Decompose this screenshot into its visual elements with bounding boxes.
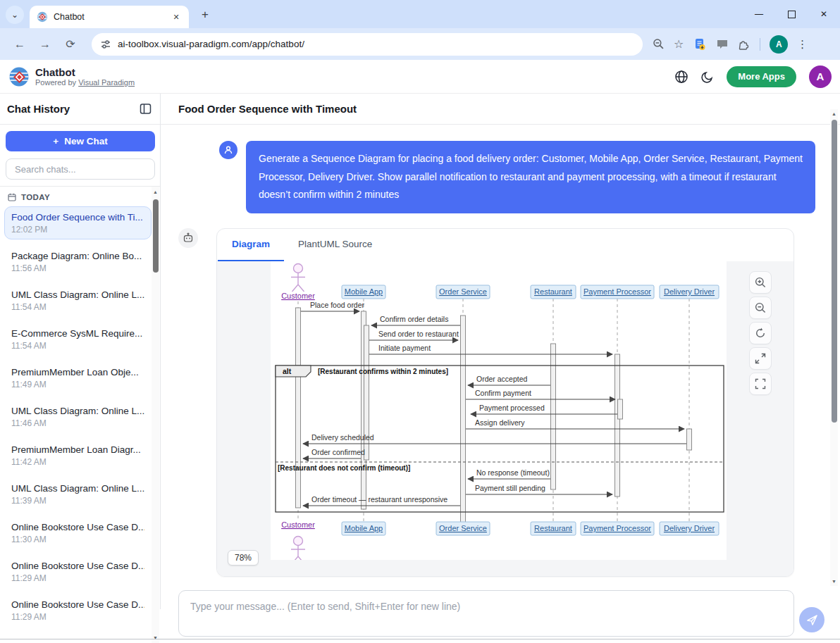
back-icon[interactable]: ← [11,35,29,54]
new-chat-label: New Chat [64,136,108,146]
scroll-down-arrow[interactable]: ▼ [830,579,838,584]
tab-search-chevron-icon[interactable]: ⌄ [6,6,24,24]
dark-mode-moon-icon[interactable] [701,70,714,83]
browser-tab[interactable]: Chatbot ✕ [30,6,189,28]
language-globe-icon[interactable] [674,70,688,84]
conversation-title-row: Food Order Sequence with Timeout [161,94,840,125]
message-label: Order timeout — restaurant unresponsive [311,495,447,504]
chat-list-item[interactable]: Online Bookstore Use Case D... 11:29 AM [4,555,152,588]
window-maximize-button[interactable] [775,0,808,28]
site-settings-tune-icon[interactable] [100,39,111,50]
message-label: Send order to restaurant [378,330,459,338]
more-apps-button[interactable]: More Apps [727,66,796,87]
participant-label: Delivery Driver [664,524,715,532]
fullscreen-button[interactable] [749,373,772,395]
sidebar-title: Chat History [7,103,140,115]
visual-paradigm-link[interactable]: Visual Paradigm [78,78,135,87]
favicon-visual-paradigm [37,11,48,23]
chat-item-title: UML Class Diagram: Online L... [11,289,144,300]
participant-label: Order Service [439,524,487,532]
user-message-avatar [219,141,237,159]
message-label: No response (timeout) [476,468,550,477]
participants-bottom: Mobile App Order Service Restaurant Paym… [342,522,719,535]
chat-list-item[interactable]: Online Bookstore Use Case D... 11:30 AM [4,516,152,549]
app-header: Chatbot Powered by Visual Paradigm More … [0,60,840,94]
expand-button[interactable] [749,347,772,370]
send-plane-icon [806,614,818,626]
chat-list-item[interactable]: E-Commerce SysML Require... 11:54 AM [4,323,152,356]
chat-list-item[interactable]: PremiumMember Loan Obje... 11:49 AM [4,361,152,394]
chat-item-time: 11:30 AM [11,535,144,544]
header-actions: More Apps A [674,65,832,88]
browser-menu-icon[interactable]: ⋮ [797,38,808,51]
participant-label: Order Service [439,287,487,296]
scroll-up-arrow[interactable]: ▲ [830,111,838,116]
zoom-out-button[interactable] [749,296,772,319]
main-panel: Food Order Sequence with Timeout Generat… [161,94,840,609]
scroll-up-arrow[interactable]: ▲ [152,189,159,194]
chrome-profile-avatar[interactable]: A [770,35,788,54]
sidebar: Chat History + New Chat TODAY Food Order… [0,94,161,609]
window-bottom-edge [0,639,840,639]
url-text[interactable]: ai-toolbox.visual-paradigm.com/app/chatb… [118,39,304,49]
powered-by: Powered by Visual Paradigm [35,78,135,87]
message-label: Payment still pending [475,484,545,492]
calendar-icon [8,193,16,201]
chat-list-item[interactable]: UML Class Diagram: Online L... 11:46 AM [4,400,152,433]
zoom-indicator-icon[interactable] [653,38,665,50]
composer [178,590,794,639]
address-bar[interactable]: ai-toolbox.visual-paradigm.com/app/chatb… [92,33,643,56]
tab-title: Chatbot [54,12,165,22]
sidebar-scrollbar-thumb[interactable] [153,199,159,273]
brand: Chatbot Powered by Visual Paradigm [8,66,135,87]
participant-label: Payment Processor [583,524,651,532]
chat-list-item[interactable]: UML Class Diagram: Online L... 11:54 AM [4,284,152,317]
search-chats-input[interactable] [6,158,155,180]
send-button[interactable] [799,607,824,632]
chat-item-time: 11:49 AM [11,380,144,389]
chat-list-item[interactable]: UML Class Diagram: Online L... 11:39 AM [4,477,152,511]
page-scrollbar[interactable]: ▲ ▼ [830,109,838,586]
user-avatar[interactable]: A [809,65,832,88]
tab-plantuml-source[interactable]: PlantUML Source [284,229,386,261]
chat-list-item[interactable]: Package Diagram: Online Bo... 11:56 AM [4,245,152,278]
docs-extension-icon[interactable] [693,37,707,51]
browser-toolbar: ← → ⟳ ai-toolbox.visual-paradigm.com/app… [0,28,840,60]
chat-item-title: Online Bookstore Use Case D... [11,599,144,610]
diagram-viewer[interactable]: Customer Mobile App Order Service Res [217,261,793,576]
reset-view-button[interactable] [749,322,772,344]
page-scrollbar-thumb[interactable] [832,120,837,423]
reset-rotate-icon [755,327,766,339]
tab-close-icon[interactable]: ✕ [171,11,182,23]
chat-list-item[interactable]: PremiumMember Loan Diagr... 11:42 AM [4,439,152,472]
zoom-out-icon [755,302,766,313]
window-minimize-button[interactable]: — [743,0,775,28]
message-label: Place food order [310,301,365,309]
chat-list-item[interactable]: Food Order Sequence with Ti... 12:02 PM [4,206,152,239]
collapse-panel-icon[interactable] [140,103,152,115]
reload-icon[interactable]: ⟳ [61,35,80,54]
window-close-button[interactable]: ✕ [808,0,840,28]
participant-label: Customer [281,520,315,529]
participant-label: Restaurant [534,524,572,532]
extensions-puzzle-icon[interactable] [738,38,751,51]
workspace: Chat History + New Chat TODAY Food Order… [0,94,840,609]
zoom-in-button[interactable] [749,271,772,294]
message-input[interactable] [178,590,794,637]
chat-history-list: Food Order Sequence with Ti... 12:02 PM … [0,204,160,627]
chat-list-item[interactable]: Online Bookstore Use Case D... 11:29 AM [4,594,152,627]
browser-titlebar: ⌄ Chatbot ✕ + — ✕ [0,0,840,28]
message-label: Confirm order details [380,315,448,323]
new-chat-button[interactable]: + New Chat [6,131,155,151]
sidebar-scrollbar[interactable]: ▲ ▼ [152,187,159,643]
bookmark-star-icon[interactable]: ☆ [674,37,684,51]
forward-icon[interactable]: → [36,35,54,54]
new-tab-button[interactable]: + [196,6,214,24]
tab-diagram[interactable]: Diagram [218,229,284,261]
chat-extension-icon[interactable] [716,38,729,51]
window-controls: — ✕ [743,0,840,28]
toolbar-right: ☆ A ⋮ [653,35,808,54]
chat-item-title: E-Commerce SysML Require... [11,328,144,339]
chat-item-time: 11:46 AM [11,418,144,428]
chat-item-title: Online Bookstore Use Case D... [11,522,144,532]
